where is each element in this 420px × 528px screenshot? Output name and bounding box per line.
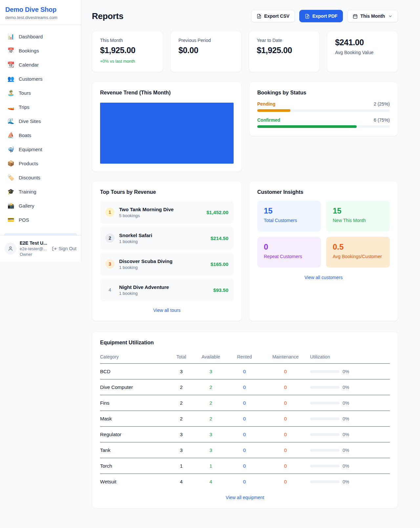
revenue-trend-card: Revenue Trend (This Month) bbox=[92, 82, 242, 172]
page-title: Reports bbox=[92, 11, 123, 21]
equipment-icon: 🤿 bbox=[7, 147, 14, 152]
status-count: 2 (25%) bbox=[374, 101, 390, 107]
file-download-icon bbox=[257, 14, 262, 19]
mid-row: Top Tours by Revenue 1 Two Tank Morning … bbox=[92, 181, 398, 321]
sign-out-button[interactable]: Sign Out bbox=[52, 246, 76, 251]
list-item: 1 Two Tank Morning Dive 5 bookings $1,45… bbox=[100, 201, 234, 224]
view-all-equipment-link[interactable]: View all equipment bbox=[100, 495, 390, 500]
sidebar-item-discounts[interactable]: 🏷️ Discounts bbox=[4, 171, 77, 185]
discounts-icon: 🏷️ bbox=[7, 175, 14, 180]
table-row: Torch 1 1 0 0 0% bbox=[100, 458, 390, 474]
utilization-bar bbox=[310, 402, 340, 404]
charts-row: Revenue Trend (This Month) Bookings by S… bbox=[92, 82, 398, 172]
top-tours-card: Top Tours by Revenue 1 Two Tank Morning … bbox=[92, 181, 242, 321]
sidebar-item-tours[interactable]: 🏝️ Tours bbox=[4, 86, 77, 100]
sidebar-item-equipment[interactable]: 🤿 Equipment bbox=[4, 142, 77, 156]
chevron-down-icon bbox=[388, 14, 392, 18]
column-header: Rented bbox=[228, 351, 261, 364]
tour-bookings: 5 bookings bbox=[119, 213, 174, 218]
reports-page: Demo Dive Shop demo.test.divestreams.com… bbox=[0, 0, 420, 528]
utilization-bar bbox=[310, 417, 340, 420]
stat-value: $1,925.00 bbox=[257, 46, 312, 55]
sidebar-item-label: POS bbox=[19, 217, 29, 223]
table-row: Dive Computer 2 2 0 0 0% bbox=[100, 379, 390, 395]
export-csv-button[interactable]: Export CSV bbox=[251, 10, 295, 22]
equipment-utilization-card: Equipment Utilization Category Total Ava… bbox=[92, 332, 398, 508]
status-row-confirmed: Confirmed 6 (75%) bbox=[257, 117, 390, 128]
calendar-icon bbox=[353, 14, 358, 19]
progress-fill-pending bbox=[257, 109, 290, 112]
utilization-bar bbox=[310, 433, 340, 436]
utilization-bar bbox=[310, 386, 340, 389]
sidebar-item-label: Training bbox=[19, 189, 36, 194]
person-icon bbox=[8, 246, 13, 252]
list-item: 2 Snorkel Safari 1 booking $214.50 bbox=[100, 227, 234, 250]
stat-card-this-month: This Month $1,925.00 +0% vs last month bbox=[92, 31, 163, 72]
sidebar-item-dashboard[interactable]: 📊 Dashboard bbox=[4, 30, 77, 44]
utilization-bar bbox=[310, 449, 340, 452]
boats-icon: ⛵ bbox=[7, 132, 14, 138]
trips-icon: 🚤 bbox=[7, 104, 14, 110]
products-icon: 📦 bbox=[7, 161, 14, 166]
export-pdf-button[interactable]: Export PDF bbox=[299, 10, 343, 22]
sidebar-item-dive-sites[interactable]: 🌊 Dive Sites bbox=[4, 114, 77, 128]
tile-avg-bookings-customer: 0.5 Avg Bookings/Customer bbox=[326, 237, 390, 268]
sidebar-item-bookings[interactable]: 📅 Bookings bbox=[4, 44, 77, 58]
view-all-tours-link[interactable]: View all tours bbox=[100, 308, 234, 313]
user-name: E2E Test U... bbox=[20, 240, 47, 246]
sidebar-item-label: Tours bbox=[19, 90, 31, 96]
sidebar-item-label: Trips bbox=[19, 104, 30, 110]
stat-value: $0.00 bbox=[178, 46, 233, 55]
sidebar-item-label: Bookings bbox=[19, 48, 39, 53]
sidebar-item-label: Customers bbox=[19, 76, 43, 82]
stat-label: This Month bbox=[100, 38, 155, 43]
tile-total-customers: 15 Total Customers bbox=[257, 201, 321, 232]
sidebar-item-pos[interactable]: 💳 POS bbox=[4, 213, 77, 227]
bookings-icon: 📅 bbox=[7, 48, 14, 53]
view-all-customers-link[interactable]: View all customers bbox=[257, 275, 390, 280]
utilization-bar bbox=[310, 480, 340, 483]
status-count: 6 (75%) bbox=[374, 117, 390, 123]
sidebar-user-footer: E2E Test U... e2e-tester@... Owner Sign … bbox=[0, 235, 81, 262]
sidebar-item-trips[interactable]: 🚤 Trips bbox=[4, 100, 77, 114]
stat-label: Previous Period bbox=[178, 38, 233, 43]
rank-badge: 3 bbox=[105, 259, 115, 269]
shop-domain: demo.test.divestreams.com bbox=[5, 15, 76, 20]
sign-out-label: Sign Out bbox=[59, 246, 76, 251]
sidebar-item-label: Equipment bbox=[19, 147, 42, 152]
column-header: Total bbox=[169, 351, 194, 364]
shop-name: Demo Dive Shop bbox=[5, 6, 76, 13]
sidebar-item-gallery[interactable]: 📸 Gallery bbox=[4, 199, 77, 213]
table-row: Fins 2 2 0 0 0% bbox=[100, 395, 390, 411]
sidebar-item-calendar[interactable]: 📆 Calendar bbox=[4, 58, 77, 72]
table-row: Regulator 3 3 0 0 0% bbox=[100, 427, 390, 442]
logout-icon bbox=[52, 246, 57, 251]
tile-value: 0 bbox=[264, 242, 314, 252]
period-dropdown[interactable]: This Month bbox=[347, 10, 398, 22]
sidebar-item-label: Dive Sites bbox=[19, 118, 41, 124]
header-actions: Export CSV Export PDF This Month bbox=[251, 10, 398, 22]
tile-value: 15 bbox=[264, 206, 314, 215]
progress-track bbox=[257, 125, 390, 128]
rank-badge: 1 bbox=[105, 208, 115, 217]
stat-card-year-to-date: Year to Date $1,925.00 bbox=[249, 31, 320, 72]
tour-bookings: 1 booking bbox=[119, 291, 169, 296]
user-role: Owner bbox=[20, 252, 47, 257]
sidebar-item-boats[interactable]: ⛵ Boats bbox=[4, 128, 77, 142]
tile-value: 15 bbox=[333, 206, 383, 215]
status-label: Pending bbox=[257, 101, 275, 107]
sidebar-nav: 📊 Dashboard 📅 Bookings 📆 Calendar 👥 Cust… bbox=[0, 25, 81, 227]
shop-logo-block: Demo Dive Shop demo.test.divestreams.com bbox=[0, 0, 81, 25]
sidebar-item-training[interactable]: 🎓 Training bbox=[4, 185, 77, 199]
bookings-by-status-card: Bookings by Status Pending 2 (25%) Confi… bbox=[249, 82, 398, 136]
tile-repeat-customers: 0 Repeat Customers bbox=[257, 237, 321, 268]
sidebar-item-products[interactable]: 📦 Products bbox=[4, 156, 77, 171]
file-download-icon bbox=[305, 14, 310, 19]
sidebar-item-customers[interactable]: 👥 Customers bbox=[4, 72, 77, 86]
top-tours-title: Top Tours by Revenue bbox=[100, 189, 234, 195]
equipment-utilization-title: Equipment Utilization bbox=[100, 340, 390, 346]
sidebar: Demo Dive Shop demo.test.divestreams.com… bbox=[0, 0, 81, 262]
stat-value: $241.00 bbox=[335, 38, 390, 47]
tour-list: 1 Two Tank Morning Dive 5 bookings $1,45… bbox=[100, 201, 234, 301]
utilization-bar bbox=[310, 465, 340, 467]
